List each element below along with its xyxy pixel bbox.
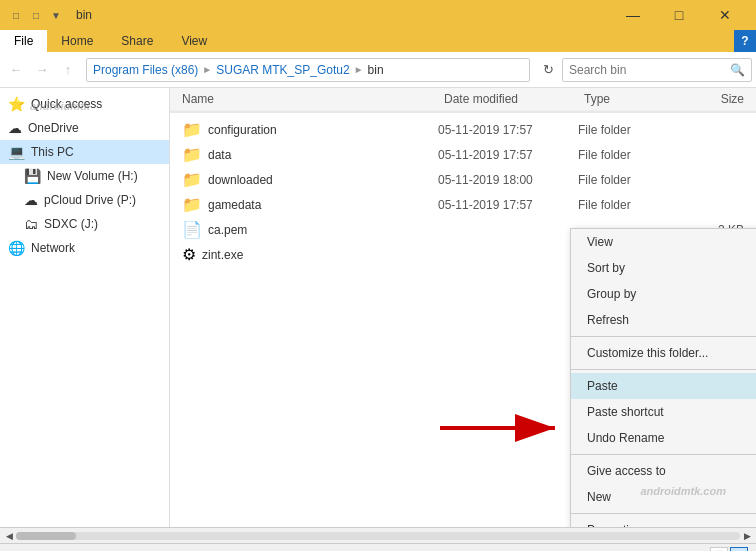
file-name: data [208, 148, 432, 162]
details-view-button[interactable]: ☰ [710, 547, 728, 552]
title-text: bin [76, 8, 92, 22]
sidebar-item-network[interactable]: 🌐 Network [0, 236, 169, 260]
refresh-button[interactable]: ↻ [536, 58, 560, 82]
cm-item-paste[interactable]: Paste [571, 373, 756, 399]
cm-label-customize: Customize this folder... [587, 346, 708, 360]
tiles-view-button[interactable]: ■ [730, 547, 748, 552]
minimize-button[interactable]: — [610, 0, 656, 30]
file-date: 05-11-2019 17:57 [438, 198, 572, 212]
file-name: downloaded [208, 173, 432, 187]
cm-label-sort: Sort by [587, 261, 625, 275]
title-icon-3: ▼ [48, 7, 64, 23]
col-header-size[interactable]: Size [684, 92, 744, 106]
file-type: File folder [578, 198, 678, 212]
title-bar-controls: — □ ✕ [610, 0, 748, 30]
title-icon-2: □ [28, 7, 44, 23]
breadcrumb-item-sugar[interactable]: SUGAR MTK_SP_Gotu2 [216, 63, 349, 77]
breadcrumb-sep-1: ► [202, 64, 212, 75]
col-header-date[interactable]: Date modified [444, 92, 584, 106]
cm-separator-3 [571, 454, 756, 455]
cm-separator-1 [571, 336, 756, 337]
cm-item-undo[interactable]: Undo Rename Ctrl+Z [571, 425, 756, 451]
onedrive-icon: ☁ [8, 120, 22, 136]
file-type: File folder [578, 123, 678, 137]
exe-icon: ⚙ [182, 245, 196, 264]
sidebar-item-label-quick-access: Quick access [31, 97, 102, 111]
table-row[interactable]: 📁 configuration 05-11-2019 17:57 File fo… [170, 117, 756, 142]
cm-label-properties: Properties [587, 523, 642, 527]
cm-separator-4 [571, 513, 756, 514]
sidebar-item-onedrive[interactable]: ☁ OneDrive [0, 116, 169, 140]
cm-label-paste: Paste [587, 379, 618, 393]
sidebar-item-label-this-pc: This PC [31, 145, 74, 159]
scroll-left-button[interactable]: ◀ [2, 529, 16, 543]
breadcrumb-item-bin: bin [368, 63, 384, 77]
cm-item-refresh[interactable]: Refresh [571, 307, 756, 333]
file-name: gamedata [208, 198, 432, 212]
cm-item-sort[interactable]: Sort by ► [571, 255, 756, 281]
cm-item-access[interactable]: Give access to ► [571, 458, 756, 484]
table-row[interactable]: 📁 data 05-11-2019 17:57 File folder [170, 142, 756, 167]
col-header-type[interactable]: Type [584, 92, 684, 106]
quick-access-icon: ⭐ [8, 96, 25, 112]
cm-separator-2 [571, 369, 756, 370]
scroll-thumb[interactable] [16, 532, 76, 540]
scrollbar-horizontal[interactable]: ◀ ▶ [0, 527, 756, 543]
pcloud-icon: ☁ [24, 192, 38, 208]
cm-item-group[interactable]: Group by ► [571, 281, 756, 307]
forward-button[interactable]: → [30, 58, 54, 82]
close-button[interactable]: ✕ [702, 0, 748, 30]
tab-file[interactable]: File [0, 30, 47, 52]
arrow-indicator [440, 408, 570, 451]
main-area: androidmtk ⭐ Quick access ☁ OneDrive 💻 T… [0, 88, 756, 527]
cm-label-paste-shortcut: Paste shortcut [587, 405, 664, 419]
breadcrumb-item-prog[interactable]: Program Files (x86) [93, 63, 198, 77]
sidebar-item-pcloud[interactable]: ☁ pCloud Drive (P:) [0, 188, 169, 212]
search-box[interactable]: 🔍 [562, 58, 752, 82]
cm-label-refresh: Refresh [587, 313, 629, 327]
table-row[interactable]: 📁 gamedata 05-11-2019 17:57 File folder [170, 192, 756, 217]
new-volume-icon: 💾 [24, 168, 41, 184]
search-input[interactable] [569, 63, 726, 77]
sidebar-item-quick-access[interactable]: ⭐ Quick access [0, 92, 169, 116]
cm-label-group: Group by [587, 287, 636, 301]
cm-item-new[interactable]: New ► [571, 484, 756, 510]
cm-item-customize[interactable]: Customize this folder... [571, 340, 756, 366]
this-pc-icon: 💻 [8, 144, 25, 160]
file-name: ca.pem [208, 223, 432, 237]
back-button[interactable]: ← [4, 58, 28, 82]
file-type: File folder [578, 173, 678, 187]
title-bar: □ □ ▼ bin — □ ✕ [0, 0, 756, 30]
title-bar-icons: □ □ ▼ [8, 7, 64, 23]
file-date: 05-11-2019 18:00 [438, 173, 572, 187]
sidebar-item-label-network: Network [31, 241, 75, 255]
view-icons: ☰ ■ [710, 547, 748, 552]
scroll-right-button[interactable]: ▶ [740, 529, 754, 543]
tab-home[interactable]: Home [47, 30, 107, 52]
sdxc-icon: 🗂 [24, 216, 38, 232]
breadcrumb-sep-2: ► [354, 64, 364, 75]
breadcrumb[interactable]: Program Files (x86) ► SUGAR MTK_SP_Gotu2… [86, 58, 530, 82]
tab-view[interactable]: View [167, 30, 221, 52]
tab-share[interactable]: Share [107, 30, 167, 52]
folder-icon: 📁 [182, 170, 202, 189]
search-icon: 🔍 [730, 63, 745, 77]
up-button[interactable]: ↑ [56, 58, 80, 82]
sidebar-item-label-new-volume: New Volume (H:) [47, 169, 138, 183]
table-row[interactable]: 📁 downloaded 05-11-2019 18:00 File folde… [170, 167, 756, 192]
sidebar-item-this-pc[interactable]: 💻 This PC [0, 140, 169, 164]
file-name: configuration [208, 123, 432, 137]
sidebar-item-new-volume[interactable]: 💾 New Volume (H:) [0, 164, 169, 188]
help-button[interactable]: ? [734, 30, 756, 52]
scroll-track[interactable] [16, 532, 740, 540]
cm-item-paste-shortcut[interactable]: Paste shortcut [571, 399, 756, 425]
sidebar-item-label-onedrive: OneDrive [28, 121, 79, 135]
cm-item-properties[interactable]: Properties [571, 517, 756, 527]
file-header: Name Date modified Type Size [170, 88, 756, 111]
cm-label-access: Give access to [587, 464, 666, 478]
maximize-button[interactable]: □ [656, 0, 702, 30]
cm-item-view[interactable]: View ► [571, 229, 756, 255]
sidebar-item-sdxc[interactable]: 🗂 SDXC (J:) [0, 212, 169, 236]
col-header-name[interactable]: Name [182, 92, 444, 106]
ribbon-tabs: File Home Share View ? [0, 30, 756, 52]
